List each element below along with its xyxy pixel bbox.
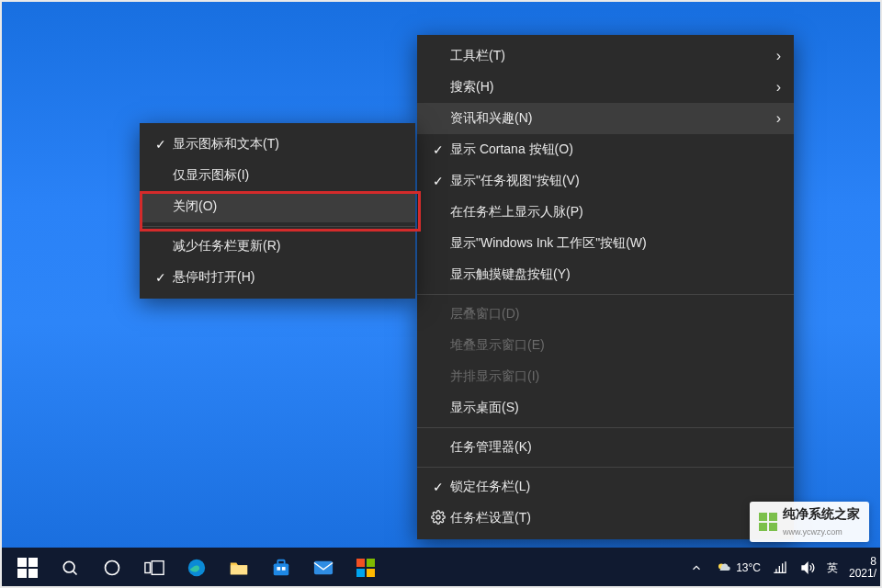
menu-item-cortana-button[interactable]: ✓ 显示 Cortana 按钮(O) [417, 134, 794, 165]
menu-item-stack: 堆叠显示窗口(E) [417, 330, 794, 361]
svg-point-1 [63, 561, 74, 572]
watermark-logo-icon [759, 513, 777, 531]
submenu-item-open-on-hover[interactable]: ✓ 悬停时打开(H) [140, 262, 415, 293]
menu-label: 显示"Windows Ink 工作区"按钮(W) [450, 235, 781, 252]
taskbar-right: 13°C 英 8 2021/ [688, 556, 882, 580]
menu-label: 任务栏设置(T) [450, 510, 781, 526]
taskbar-left [0, 548, 386, 588]
check-icon: ✓ [426, 480, 450, 494]
chevron-right-icon: › [760, 110, 781, 127]
watermark: 纯净系统之家 www.ycwzy.com [750, 502, 869, 542]
news-interests-submenu: ✓ 显示图标和文本(T) 仅显示图标(I) 关闭(O) 减少任务栏更新(R) ✓… [140, 123, 415, 299]
taskbar-app-explorer[interactable] [219, 548, 259, 588]
menu-item-lock-taskbar[interactable]: ✓ 锁定任务栏(L) [417, 471, 794, 503]
tray-ime[interactable]: 英 [827, 560, 838, 576]
menu-separator [417, 427, 794, 428]
menu-label: 减少任务栏更新(R) [173, 238, 402, 254]
menu-item-taskbar-settings[interactable]: 任务栏设置(T) [417, 503, 794, 534]
menu-item-news-interests[interactable]: 资讯和兴趣(N) › [417, 103, 794, 134]
folder-icon [229, 559, 249, 577]
chevron-right-icon: › [760, 48, 781, 64]
submenu-item-turn-off[interactable]: 关闭(O) [140, 191, 415, 222]
svg-point-3 [106, 561, 119, 575]
tray-clock[interactable]: 8 2021/ [849, 556, 876, 580]
menu-label: 层叠窗口(D) [450, 306, 781, 322]
tray-chevron-up-icon[interactable] [688, 560, 705, 576]
svg-rect-7 [231, 565, 247, 574]
menu-item-task-manager[interactable]: 任务管理器(K) [417, 432, 794, 463]
menu-label: 悬停时打开(H) [173, 269, 402, 286]
menu-label: 锁定任务栏(L) [450, 479, 781, 495]
svg-rect-12 [314, 561, 333, 575]
menu-label: 显示图标和文本(T) [173, 136, 402, 153]
menu-item-side-by-side: 并排显示窗口(I) [417, 361, 794, 392]
menu-label: 工具栏(T) [450, 48, 760, 64]
menu-label: 资讯和兴趣(N) [450, 110, 760, 127]
menu-label: 显示触摸键盘按钮(Y) [450, 266, 781, 283]
task-view-button[interactable] [134, 548, 175, 588]
menu-item-toolbars[interactable]: 工具栏(T) › [417, 40, 794, 72]
check-icon: ✓ [426, 174, 450, 188]
menu-separator [417, 467, 794, 468]
menu-item-show-desktop[interactable]: 显示桌面(S) [417, 392, 794, 424]
mail-icon [313, 560, 334, 576]
menu-label: 显示"任务视图"按钮(V) [450, 173, 781, 189]
svg-marker-14 [802, 563, 808, 573]
chevron-right-icon: › [760, 79, 781, 96]
taskbar-app-msft[interactable] [345, 548, 386, 588]
taskbar[interactable]: 13°C 英 8 2021/ [0, 548, 882, 588]
windows-logo-icon [17, 558, 38, 578]
watermark-text: 纯净系统之家 [783, 506, 860, 521]
menu-label: 关闭(O) [173, 198, 402, 215]
svg-rect-4 [145, 563, 151, 573]
menu-item-cascade: 层叠窗口(D) [417, 299, 794, 330]
tray-network-icon[interactable] [772, 560, 788, 576]
menu-separator [140, 226, 415, 227]
menu-label: 并排显示窗口(I) [450, 368, 781, 385]
submenu-item-icon-only[interactable]: 仅显示图标(I) [140, 160, 415, 191]
tray-volume-icon[interactable] [799, 560, 816, 576]
menu-label: 任务管理器(K) [450, 439, 781, 456]
weather-icon [716, 560, 732, 576]
menu-item-touch-keyboard[interactable]: 显示触摸键盘按钮(Y) [417, 259, 794, 290]
svg-rect-9 [277, 560, 284, 565]
task-view-icon [144, 560, 164, 576]
weather-widget[interactable]: 13°C [716, 560, 761, 576]
check-icon: ✓ [149, 270, 173, 285]
menu-item-task-view-button[interactable]: ✓ 显示"任务视图"按钮(V) [417, 165, 794, 197]
menu-label: 仅显示图标(I) [173, 167, 402, 184]
tray-date: 2021/ [849, 568, 876, 580]
submenu-item-icon-and-text[interactable]: ✓ 显示图标和文本(T) [140, 129, 415, 160]
start-button[interactable] [7, 548, 48, 588]
store-icon [271, 558, 291, 578]
taskbar-app-store[interactable] [261, 548, 301, 588]
weather-temp: 13°C [736, 561, 761, 574]
menu-label: 堆叠显示窗口(E) [450, 337, 781, 354]
cortana-icon [103, 559, 121, 577]
menu-item-search[interactable]: 搜索(H) › [417, 72, 794, 103]
menu-item-people[interactable]: 在任务栏上显示人脉(P) [417, 197, 794, 228]
submenu-item-reduce-updates[interactable]: 减少任务栏更新(R) [140, 231, 415, 262]
svg-rect-10 [277, 567, 280, 571]
svg-line-2 [74, 571, 77, 575]
menu-separator [417, 294, 794, 295]
svg-rect-11 [282, 567, 286, 571]
ms-tiles-icon [356, 559, 375, 577]
svg-rect-8 [274, 563, 289, 575]
watermark-url: www.ycwzy.com [783, 527, 842, 537]
taskbar-context-menu: 工具栏(T) › 搜索(H) › 资讯和兴趣(N) › ✓ 显示 Cortana… [417, 35, 794, 539]
svg-point-0 [436, 515, 440, 519]
taskbar-app-edge[interactable] [176, 548, 217, 588]
search-button[interactable] [50, 548, 90, 588]
menu-label: 显示桌面(S) [450, 400, 781, 416]
cortana-button[interactable] [92, 548, 132, 588]
taskbar-app-mail[interactable] [303, 548, 344, 588]
check-icon: ✓ [149, 137, 173, 152]
menu-label: 搜索(H) [450, 79, 760, 96]
gear-icon [426, 510, 450, 527]
menu-label: 显示 Cortana 按钮(O) [450, 141, 781, 158]
menu-label: 在任务栏上显示人脉(P) [450, 204, 781, 220]
svg-rect-5 [152, 561, 164, 575]
search-icon [61, 559, 79, 577]
menu-item-windows-ink[interactable]: 显示"Windows Ink 工作区"按钮(W) [417, 228, 794, 259]
